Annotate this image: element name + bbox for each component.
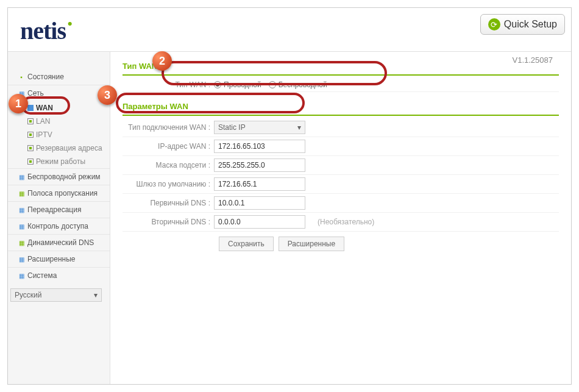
language-select[interactable]: Русский▾	[10, 288, 102, 302]
ip-input[interactable]	[214, 140, 305, 153]
conn-type-label: Тип подключения WAN :	[123, 123, 214, 132]
grid-icon: ▦	[18, 272, 25, 279]
radio-icon	[214, 81, 221, 88]
save-button[interactable]: Сохранить	[219, 237, 274, 251]
radio-icon	[269, 81, 276, 88]
main-content: Тип WAN Тип WAN : Проводной Беспроводной…	[110, 52, 571, 384]
sidebar-item-wireless[interactable]: ▦Беспроводной режим	[8, 168, 110, 185]
square-icon	[27, 132, 34, 138]
grid-icon: ▦	[18, 173, 25, 180]
sidebar-sub-wan[interactable]: WAN	[8, 101, 110, 115]
grid-icon: ▦	[18, 190, 25, 197]
optional-label: (Необязательно)	[318, 218, 374, 226]
dns1-input[interactable]	[214, 196, 305, 210]
brand-logo: netis˙	[20, 16, 73, 45]
section-wan-params-title: Параметры WAN	[123, 98, 559, 116]
ip-label: IP-адрес WAN :	[123, 142, 214, 151]
quick-setup-label: Quick Setup	[504, 19, 557, 30]
square-icon: ▪	[18, 73, 25, 80]
sidebar-sub-iptv[interactable]: IPTV	[8, 128, 110, 141]
quick-setup-button[interactable]: ⟳ Quick Setup	[480, 14, 565, 35]
gw-input[interactable]	[214, 177, 305, 191]
sidebar-item-access[interactable]: ▦Контроль доступа	[8, 218, 110, 234]
dns2-input[interactable]	[214, 215, 305, 229]
sidebar-item-forwarding[interactable]: ▦Переадресация	[8, 201, 110, 218]
sidebar-item-status[interactable]: ▪Состояние	[8, 69, 110, 85]
wan-type-label: Тип WAN :	[123, 80, 214, 89]
square-icon	[27, 118, 34, 124]
square-icon	[27, 145, 34, 151]
chevron-down-icon: ▾	[94, 291, 98, 299]
sidebar-item-ddns[interactable]: ▦Динамический DNS	[8, 234, 110, 251]
chevron-down-icon: ▾	[297, 123, 301, 132]
section-wan-type-title: Тип WAN	[123, 58, 559, 76]
radio-wired[interactable]: Проводной	[214, 80, 261, 89]
sidebar-item-bandwidth[interactable]: ▦Полоса пропускания	[8, 185, 110, 201]
dns2-label: Вторичный DNS :	[123, 218, 214, 226]
square-icon	[27, 159, 34, 165]
gw-label: Шлюз по умолчанию :	[123, 180, 214, 188]
grid-icon: ▦	[18, 239, 25, 246]
conn-type-select[interactable]: Static IP▾	[214, 121, 305, 134]
square-icon	[27, 105, 34, 111]
grid-icon: ▦	[18, 223, 25, 230]
sidebar-sub-dhcp-reserve[interactable]: Резервация адреса	[8, 141, 110, 155]
grid-icon: ▦	[18, 90, 25, 97]
sidebar-item-system[interactable]: ▦Система	[8, 267, 110, 283]
radio-wireless[interactable]: Беспроводной	[269, 80, 327, 89]
advanced-button[interactable]: Расширенные	[279, 237, 345, 251]
dns1-label: Первичный DNS :	[123, 199, 214, 207]
sidebar-item-advanced[interactable]: ▦Расширенные	[8, 251, 110, 267]
mask-input[interactable]	[214, 159, 305, 172]
sidebar-sub-lan[interactable]: LAN	[8, 115, 110, 128]
sidebar-sub-opmode[interactable]: Режим работы	[8, 155, 110, 168]
grid-icon: ▦	[18, 206, 25, 213]
grid-icon: ▦	[18, 255, 25, 263]
refresh-icon: ⟳	[488, 18, 500, 30]
mask-label: Маска подсети :	[123, 161, 214, 169]
sidebar-item-network[interactable]: ▦Сеть	[8, 85, 110, 101]
sidebar: ▪Состояние ▦Сеть WAN LAN IPTV Резервация…	[8, 52, 110, 384]
